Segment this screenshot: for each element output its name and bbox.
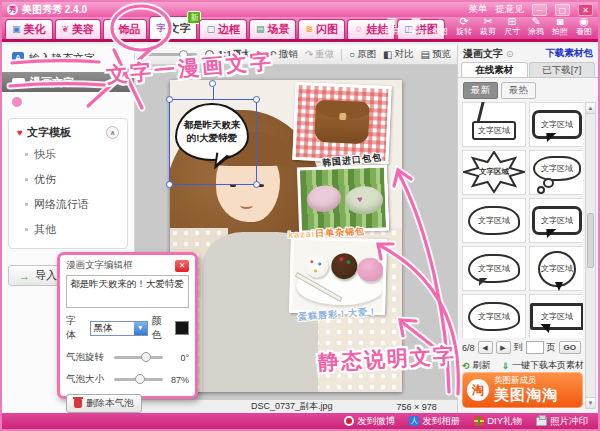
font-label: 字体 (66, 314, 86, 342)
prev-page-button[interactable]: ◀ (478, 341, 493, 354)
tab-text[interactable]: 字文字新 (149, 16, 197, 39)
tab-frame[interactable]: ▢边框 (199, 19, 247, 39)
share-weibo-button[interactable]: 发到微博 (344, 415, 395, 428)
preview-icon: ▤ (421, 49, 430, 60)
photo-print-button[interactable]: 照片冲印 (536, 415, 588, 428)
bubble-template-bold-rounded-tail[interactable]: 文字区域 (529, 198, 583, 243)
sidebar-item-comic-text[interactable]: 漫画文字 (2, 72, 134, 92)
minimize-button[interactable]: ─ (532, 4, 547, 16)
template-heart-icon: ♥ (17, 127, 23, 138)
bubble-size-slider[interactable] (114, 378, 163, 381)
edit-bar: 1:1原大 ↶撤销 ↷重做 ○原图 ◧对比 ▤预览 (135, 45, 457, 65)
bubble-text-input[interactable]: 都是昨天败来的！大爱特爱 (66, 275, 189, 308)
rotation-handle[interactable] (209, 80, 216, 87)
scrollbar-thumb[interactable] (587, 213, 594, 268)
compare-button[interactable]: ◧对比 (383, 48, 413, 61)
save-button[interactable]: ▦保存 (404, 15, 428, 36)
bullet (25, 228, 28, 231)
doodle-button[interactable]: ✎涂鸦 (524, 15, 548, 36)
resize-handle-bottom-left[interactable] (166, 181, 173, 188)
tab-accessory[interactable]: ♥饰品 (103, 19, 147, 39)
refresh-button[interactable]: 刷新 (473, 359, 491, 372)
bubble-template-cloud-tail[interactable]: 文字区域 (462, 246, 526, 291)
panel-title: 漫画文字 (463, 47, 503, 61)
bullet (25, 203, 28, 206)
download-pack-link[interactable]: 下载素材包 (546, 47, 594, 60)
page-number-input[interactable] (526, 341, 544, 354)
panel-scrollbar[interactable]: ▲ ▼ (585, 102, 596, 409)
dialog-close-button[interactable]: ✕ (175, 260, 189, 272)
preview-button[interactable]: ▤预览 (421, 48, 451, 61)
tab-online-materials[interactable]: 在线素材 (461, 62, 528, 77)
next-page-button[interactable]: ▶ (496, 341, 511, 354)
pouch-shape (305, 183, 343, 215)
bubble-template-tail-spike[interactable]: 文字区域 (462, 102, 526, 147)
bubble-rotate-slider[interactable] (114, 356, 163, 359)
meitu-taotao-ad-banner[interactable]: 淘 美图新成员 美图淘淘 (462, 372, 583, 408)
share-album-button[interactable]: 人发到相册 (409, 415, 460, 428)
template-group-header[interactable]: ♥ 文字模板 ∧ (9, 123, 127, 142)
crop-button[interactable]: ✂裁剪 (476, 15, 500, 36)
redo-button[interactable]: ↷重做 (305, 48, 334, 61)
bubble-template-thought-cloud[interactable]: 文字区域 (529, 150, 583, 195)
download-icon: ⇓ (502, 361, 510, 371)
rotate-slider-thumb[interactable] (141, 352, 151, 362)
crop-icon: ✂ (483, 15, 492, 27)
collapse-button[interactable]: ∧ (106, 126, 119, 139)
app-window: 秀 美图秀秀 2.4.0 菜单 提意见 ─ ▢ ✕ ▣美化 ❦美容 ♥饰品 字文… (0, 0, 600, 431)
size-slider-thumb[interactable] (135, 374, 145, 384)
zoom-level: 1:1原大 (218, 48, 251, 61)
resize-handle-top-left[interactable] (166, 96, 173, 103)
sidebar-item-obscured[interactable] (2, 92, 134, 112)
obscured-item-icon (12, 97, 22, 107)
undo-button[interactable]: ↶撤销 (268, 48, 297, 61)
sidebar-item-sad[interactable]: 优伤 (9, 167, 127, 192)
rotate-button[interactable]: ⟳旋转 (452, 15, 476, 36)
tab-beautify[interactable]: ▣美化 (5, 19, 53, 39)
tab-cosmetic[interactable]: ❦美容 (55, 19, 102, 39)
resize-handle-bottom-right[interactable] (253, 181, 260, 188)
bubble-template-cloud[interactable]: 文字区域 (462, 198, 526, 243)
view-button[interactable]: ◉看图 (572, 15, 596, 36)
camera-button[interactable]: ◙拍照 (548, 15, 572, 36)
photo-smile (240, 202, 253, 209)
bubble-template-circle[interactable]: 文字区域 (529, 246, 583, 291)
zoom-slider-thumb[interactable] (179, 50, 188, 59)
save-icon: ▦ (411, 15, 421, 27)
zoom-slider[interactable] (141, 53, 197, 56)
resize-handle-top-right[interactable] (253, 96, 260, 103)
download-all-button[interactable]: 一键下载本页素材 (512, 359, 584, 372)
sidebar-item-happy[interactable]: 快乐 (9, 142, 127, 167)
sort-newest-button[interactable]: 最新 (463, 82, 498, 99)
delete-bubble-button[interactable]: 删除本气泡 (66, 394, 142, 413)
panel-options-icon[interactable]: ⊙ (506, 49, 514, 59)
resize-button[interactable]: ⊞尺寸 (500, 15, 524, 36)
sidebar-item-other[interactable]: 其他 (9, 217, 127, 242)
sidebar-item-static-text[interactable]: A 输入静态文字 (2, 48, 134, 68)
bubble-selection-box[interactable]: 都是昨天败来 的!大爱特爱 (169, 99, 257, 185)
album-icon: 人 (409, 416, 419, 426)
bubble-template-bold-rounded[interactable]: 文字区域 (529, 102, 583, 147)
open-button[interactable]: ▣打开 (380, 15, 404, 36)
bubble-template-cloud-2[interactable]: 文字区域 (462, 294, 526, 338)
font-select[interactable]: 黑体 ▼ (90, 321, 148, 336)
tab-scene[interactable]: ▤场景 (249, 19, 297, 39)
scroll-down-icon[interactable]: ▼ (586, 397, 595, 408)
diy-gift-button[interactable]: DIY礼物 (474, 415, 522, 428)
filename: DSC_0737_副本.jpg (251, 400, 333, 413)
tab-downloaded[interactable]: 已下载[7] (529, 62, 596, 77)
close-button[interactable]: ✕ (578, 4, 593, 16)
tab-flash[interactable]: ≋闪图 (298, 19, 345, 39)
scroll-up-icon[interactable]: ▲ (586, 103, 595, 114)
go-button[interactable]: GO (559, 341, 581, 354)
sidebar-item-internet-slang[interactable]: 网络流行语 (9, 192, 127, 217)
bubble-template-starburst[interactable]: 文字区域 (462, 150, 526, 195)
cutout-button[interactable]: ◌抠图 (428, 15, 452, 36)
bubble-template-bold-rect[interactable]: 文字区域 (529, 294, 583, 338)
comic-speech-bubble[interactable]: 都是昨天败来 的!大爱特爱 (175, 103, 249, 161)
dropdown-arrow-icon[interactable]: ▼ (134, 322, 147, 335)
sort-hottest-button[interactable]: 最热 (501, 82, 536, 99)
original-button[interactable]: ○原图 (349, 48, 376, 61)
maximize-button[interactable]: ▢ (555, 4, 570, 16)
color-swatch[interactable] (175, 321, 189, 335)
